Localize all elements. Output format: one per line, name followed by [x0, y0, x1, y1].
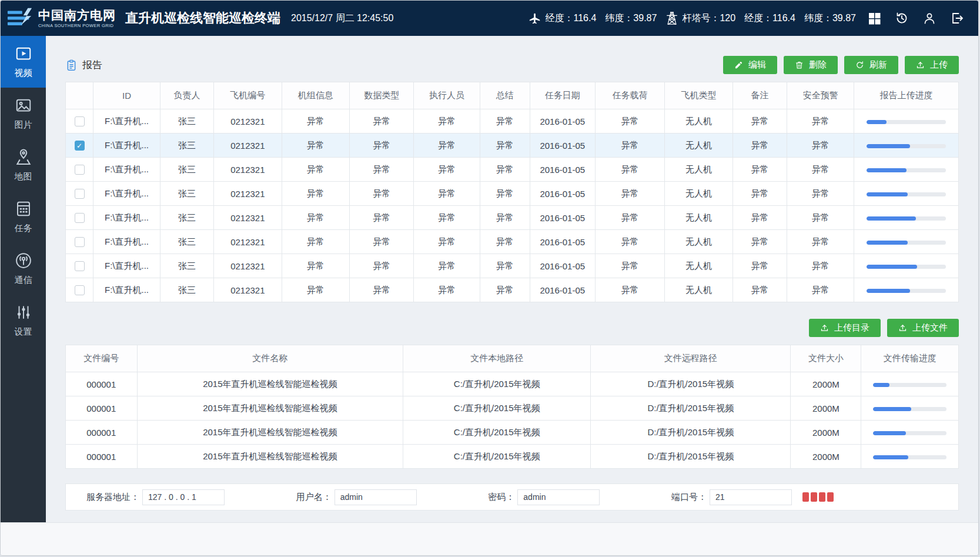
edit-button[interactable]: 编辑: [723, 56, 777, 74]
table-row[interactable]: ✓ F:\直升机... 张三 0212321 异常 异常 异常 异常 2016-…: [66, 230, 959, 254]
cell-plane-type: 无人机: [665, 254, 733, 278]
server-address-input[interactable]: [142, 489, 225, 505]
upload-directory-button[interactable]: 上传目录: [809, 319, 881, 337]
upload-progress-bar: [867, 241, 946, 245]
cell-crew: 异常: [282, 158, 349, 182]
csg-logo-icon: [6, 6, 34, 30]
tower-longitude: 经度：116.4: [744, 12, 795, 25]
sidebar-item-task[interactable]: 任务: [1, 191, 46, 243]
table-row[interactable]: 000001 2015年直升机巡检线智能巡检视频 C:/直升机/2015年视频 …: [66, 445, 959, 469]
sidebar-item-settings[interactable]: 设置: [1, 295, 46, 346]
upload-progress-bar: [867, 192, 946, 196]
cell-remote-path: D:/直升机/2015年视频: [591, 421, 791, 445]
refresh-icon: [855, 61, 864, 69]
table-row[interactable]: ✓ F:\直升机... 张三 0212321 异常 异常 异常 异常 2016-…: [66, 158, 959, 182]
username-input[interactable]: [335, 489, 417, 505]
cell-file-no: 000001: [66, 372, 138, 396]
cell-id: F:\直升机...: [93, 158, 160, 182]
table-row[interactable]: ✓ F:\直升机... 张三 0212321 异常 异常 异常 异常 2016-…: [66, 206, 959, 230]
delete-button-label: 删除: [809, 59, 827, 71]
transfer-progress-bar: [873, 407, 946, 411]
transfer-progress-bar: [873, 431, 946, 435]
refresh-button[interactable]: 刷新: [844, 56, 898, 74]
table-row[interactable]: ✓ F:\直升机... 张三 0212321 异常 异常 异常 异常 2016-…: [66, 109, 959, 134]
port-label: 端口号：: [671, 492, 707, 503]
cell-data-type: 异常: [350, 254, 414, 278]
row-checkbox[interactable]: ✓: [75, 285, 85, 295]
report-table-header: ID负责人飞机编号机组信息数据类型执行人员总结任务日期任务载荷飞机类型备注安全预…: [66, 82, 959, 109]
table-row[interactable]: 000001 2015年直升机巡检线智能巡检视频 C:/直升机/2015年视频 …: [66, 396, 959, 421]
tower-info: 杆塔号：120: [665, 11, 735, 25]
cell-remark: 异常: [733, 109, 787, 134]
logout-button[interactable]: [948, 9, 966, 28]
checkbox-column-header: [66, 82, 93, 109]
delete-button[interactable]: 删除: [784, 56, 838, 74]
cell-plane-type: 无人机: [665, 134, 733, 158]
cell-date: 2016-01-05: [530, 254, 595, 278]
cell-summary: 异常: [480, 230, 530, 254]
user-button[interactable]: [920, 9, 939, 28]
cell-remark: 异常: [733, 206, 787, 230]
cell-remark: 异常: [733, 158, 787, 182]
cell-executor: 异常: [414, 158, 480, 182]
table-row[interactable]: ✓ F:\直升机... 张三 0212321 异常 异常 异常 异常 2016-…: [66, 278, 959, 302]
cell-plane-type: 无人机: [665, 278, 733, 302]
cell-warning: 异常: [787, 158, 854, 182]
transfer-progress-bar: [873, 383, 946, 387]
column-header: 报告上传进度: [854, 82, 959, 109]
cell-owner: 张三: [160, 109, 214, 134]
row-checkbox[interactable]: ✓: [75, 165, 85, 175]
cell-remote-path: D:/直升机/2015年视频: [591, 396, 791, 421]
column-header: 总结: [480, 82, 530, 109]
table-header-row: 文件编号文件名称文件本地路径文件远程路径文件大小文件传输进度: [66, 345, 959, 372]
table-row[interactable]: 000001 2015年直升机巡检线智能巡检视频 C:/直升机/2015年视频 …: [66, 421, 959, 445]
tower-icon: [665, 11, 678, 25]
airplane-icon: [529, 11, 541, 25]
row-checkbox[interactable]: ✓: [75, 261, 85, 271]
file-actions: 上传目录 上传文件: [65, 319, 959, 337]
cell-payload: 异常: [595, 109, 664, 134]
cell-remote-path: D:/直升机/2015年视频: [591, 372, 791, 396]
history-button[interactable]: [892, 9, 911, 28]
sidebar-item-image[interactable]: 图片: [1, 88, 46, 139]
sidebar-item-label: 地图: [15, 171, 32, 182]
sidebar-item-communication[interactable]: 通信: [1, 243, 46, 295]
upload-directory-button-label: 上传目录: [834, 322, 869, 333]
column-header: 文件传输进度: [861, 345, 959, 372]
cell-id: F:\直升机...: [93, 109, 160, 134]
cell-file-size: 2000M: [791, 396, 861, 421]
cell-owner: 张三: [160, 206, 214, 230]
row-checkbox[interactable]: ✓: [75, 189, 85, 199]
windows-button[interactable]: [865, 9, 884, 28]
table-row[interactable]: ✓ F:\直升机... 张三 0212321 异常 异常 异常 异常 2016-…: [66, 254, 959, 278]
row-checkbox[interactable]: ✓: [75, 237, 85, 247]
cell-data-type: 异常: [350, 206, 414, 230]
cell-executor: 异常: [414, 109, 480, 134]
table-row[interactable]: ✓ F:\直升机... 张三 0212321 异常 异常 异常 异常 2016-…: [66, 182, 959, 206]
communication-icon: [15, 252, 32, 269]
cell-crew: 异常: [282, 182, 349, 206]
logo: 中国南方电网 CHINA SOUTHERN POWER GRID: [6, 6, 116, 30]
cell-owner: 张三: [160, 230, 214, 254]
sidebar-item-video[interactable]: 视频: [1, 36, 46, 88]
row-checkbox[interactable]: ✓: [75, 141, 85, 151]
app-window: 中国南方电网 CHINA SOUTHERN POWER GRID 直升机巡检线智…: [0, 0, 979, 556]
cell-plane-no: 0212321: [214, 230, 282, 254]
upload-progress-bar: [867, 120, 946, 124]
row-checkbox[interactable]: ✓: [75, 116, 85, 126]
upload-file-button-label: 上传文件: [912, 322, 948, 333]
row-checkbox[interactable]: ✓: [75, 213, 85, 223]
cell-owner: 张三: [160, 158, 214, 182]
upload-progress-bar: [867, 216, 946, 221]
sidebar-item-map[interactable]: 地图: [1, 139, 46, 191]
upload-button[interactable]: 上传: [905, 56, 959, 74]
table-row[interactable]: 000001 2015年直升机巡检线智能巡检视频 C:/直升机/2015年视频 …: [66, 372, 959, 396]
column-header: 机组信息: [282, 82, 349, 109]
cell-file-no: 000001: [66, 445, 138, 469]
table-row[interactable]: ✓ F:\直升机... 张三 0212321 异常 异常 异常 异常 2016-…: [66, 134, 959, 158]
password-input[interactable]: [517, 489, 600, 505]
upload-file-button[interactable]: 上传文件: [887, 319, 959, 337]
port-input[interactable]: [710, 489, 792, 505]
cell-warning: 异常: [787, 254, 854, 278]
topbar-status: 经度：116.4 纬度：39.87 杆塔号：120 经度：116.4 纬度：39…: [529, 9, 966, 28]
